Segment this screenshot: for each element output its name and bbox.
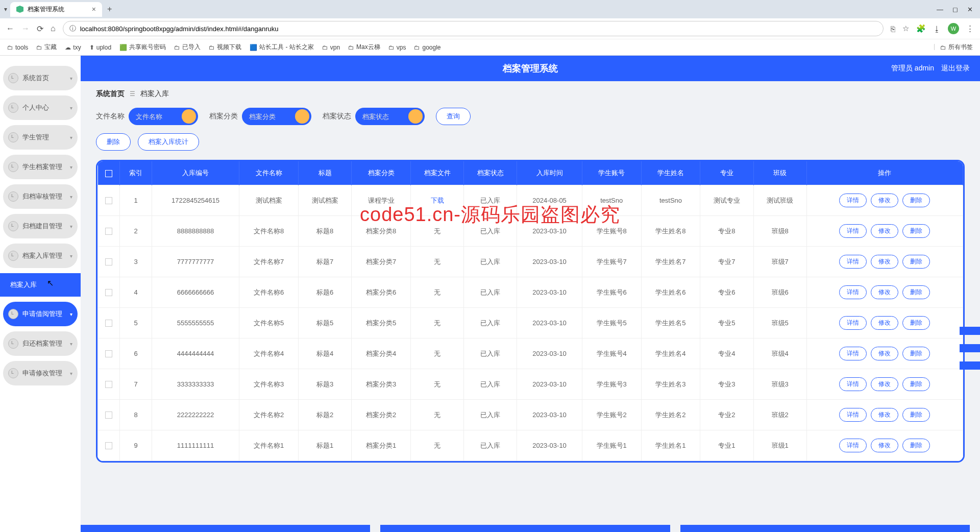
row-edit-button[interactable]: 修改 — [871, 439, 898, 452]
row-checkbox[interactable] — [105, 289, 112, 296]
row-checkbox[interactable] — [105, 228, 112, 235]
row-detail-button[interactable]: 详情 — [839, 377, 867, 391]
search-button[interactable]: 查询 — [436, 108, 471, 125]
filter-filename-input[interactable] — [136, 113, 177, 120]
filter-knob-icon[interactable] — [408, 109, 423, 124]
row-edit-button[interactable]: 修改 — [871, 408, 898, 422]
row-checkbox[interactable] — [105, 258, 112, 265]
url-field[interactable]: ⓘ localhost:8080/springboot8xpgg/admin/d… — [63, 21, 884, 36]
row-delete-button[interactable]: 删除 — [902, 439, 930, 452]
user-label[interactable]: 管理员 admin — [891, 64, 934, 73]
bookmark-item[interactable]: 🟩共享账号密码 — [119, 43, 166, 52]
row-delete-button[interactable]: 删除 — [902, 255, 930, 269]
row-edit-button[interactable]: 修改 — [871, 347, 898, 360]
cell-date: 2023-03-10 — [517, 430, 582, 461]
sidebar-item-4[interactable]: 归档审核管理▾ — [3, 184, 78, 209]
row-edit-button[interactable]: 修改 — [871, 224, 898, 238]
filter-knob-icon[interactable] — [295, 109, 309, 124]
row-checkbox[interactable] — [105, 320, 112, 327]
filter-category-input[interactable] — [249, 113, 290, 120]
sidebar-item-7[interactable]: 档案入库 — [0, 273, 81, 297]
row-detail-button[interactable]: 详情 — [839, 194, 867, 207]
all-bookmarks[interactable]: 🗀所有书签 — [940, 43, 973, 52]
row-delete-button[interactable]: 删除 — [902, 285, 930, 299]
bookmark-item[interactable]: 🗀vps — [388, 44, 406, 51]
row-edit-button[interactable]: 修改 — [871, 285, 898, 299]
sidebar-item-5[interactable]: 归档建目管理▾ — [3, 214, 78, 238]
sidebar-item-3[interactable]: 学生档案管理▾ — [3, 155, 78, 179]
reload-icon[interactable]: ⟳ — [37, 24, 43, 34]
stats-button[interactable]: 档案入库统计 — [138, 133, 199, 151]
filter-filename-input-wrap[interactable] — [129, 108, 198, 125]
forward-icon[interactable]: → — [21, 24, 30, 33]
select-all-checkbox[interactable] — [105, 170, 112, 177]
tab-dropdown-icon[interactable]: ▾ — [4, 6, 7, 13]
row-checkbox[interactable] — [105, 412, 112, 419]
row-detail-button[interactable]: 详情 — [839, 255, 867, 269]
row-checkbox[interactable] — [105, 350, 112, 357]
logout-button[interactable]: 退出登录 — [941, 64, 970, 73]
sidebar-item-6[interactable]: 档案入库管理▾ — [3, 244, 78, 268]
bookmark-star-icon[interactable]: ☆ — [902, 24, 909, 33]
tab-close-icon[interactable]: × — [92, 5, 96, 13]
address-bar: ← → ⟳ ⌂ ⓘ localhost:8080/springboot8xpgg… — [0, 18, 980, 39]
row-edit-button[interactable]: 修改 — [871, 377, 898, 391]
new-tab-button[interactable]: + — [102, 5, 117, 14]
minimize-icon[interactable]: — — [937, 6, 943, 13]
menu-icon[interactable]: ⋮ — [966, 24, 974, 33]
row-delete-button[interactable]: 删除 — [902, 377, 930, 391]
sidebar-item-label: 申请修改管理 — [22, 369, 62, 378]
row-checkbox[interactable] — [105, 442, 112, 449]
install-icon[interactable]: ⎘ — [891, 25, 895, 33]
filter-knob-icon[interactable] — [182, 109, 196, 124]
row-detail-button[interactable]: 详情 — [839, 285, 867, 299]
row-edit-button[interactable]: 修改 — [871, 194, 898, 207]
breadcrumb-home[interactable]: 系统首页 — [96, 89, 125, 99]
bookmark-item[interactable]: 🟦站长工具 - 站长之家 — [250, 43, 314, 52]
filter-status-input[interactable] — [362, 113, 403, 120]
sidebar-item-10[interactable]: 申请修改管理▾ — [3, 361, 78, 385]
row-delete-button[interactable]: 删除 — [902, 316, 930, 330]
row-checkbox[interactable] — [105, 381, 112, 388]
bookmark-item[interactable]: 🗀视频下载 — [209, 43, 241, 52]
row-detail-button[interactable]: 详情 — [839, 316, 867, 330]
bookmark-item[interactable]: 🗀vpn — [322, 44, 340, 51]
row-detail-button[interactable]: 详情 — [839, 439, 867, 452]
bookmark-item[interactable]: 🗀已导入 — [174, 43, 201, 52]
bookmark-item[interactable]: 🗀tools — [7, 44, 28, 51]
site-info-icon[interactable]: ⓘ — [69, 24, 76, 33]
filter-category-input-wrap[interactable] — [242, 108, 311, 125]
bookmark-item[interactable]: ☁txy — [65, 44, 81, 51]
bookmark-item[interactable]: 🗀宝藏 — [36, 43, 57, 52]
row-detail-button[interactable]: 详情 — [839, 347, 867, 360]
cell-status: 已入库 — [464, 216, 517, 247]
cell-file[interactable]: 下载 — [411, 185, 464, 216]
row-edit-button[interactable]: 修改 — [871, 316, 898, 330]
home-icon[interactable]: ⌂ — [51, 24, 56, 33]
sidebar-item-0[interactable]: 系统首页▾ — [3, 66, 78, 90]
row-checkbox[interactable] — [105, 197, 112, 204]
delete-button[interactable]: 删除 — [96, 133, 131, 151]
row-delete-button[interactable]: 删除 — [902, 408, 930, 422]
extensions-icon[interactable]: 🧩 — [916, 24, 926, 33]
filter-status-input-wrap[interactable] — [355, 108, 425, 125]
download-icon[interactable]: ⭳ — [933, 25, 941, 33]
browser-tab[interactable]: 档案管理系统 × — [10, 2, 102, 17]
bookmark-item[interactable]: ⬆uplod — [89, 44, 111, 51]
close-window-icon[interactable]: ✕ — [967, 6, 973, 13]
row-edit-button[interactable]: 修改 — [871, 255, 898, 269]
sidebar-item-2[interactable]: 学生管理▾ — [3, 125, 78, 150]
sidebar-item-8[interactable]: 申请借阅管理▾ — [3, 302, 78, 326]
sidebar-item-1[interactable]: 个人中心▾ — [3, 95, 78, 120]
bookmark-item[interactable]: 🗀google — [414, 44, 440, 51]
bookmark-item[interactable]: 🗀Max云梯 — [348, 43, 380, 52]
profile-avatar[interactable]: W — [948, 23, 959, 34]
row-delete-button[interactable]: 删除 — [902, 194, 930, 207]
row-detail-button[interactable]: 详情 — [839, 224, 867, 238]
sidebar-item-9[interactable]: 归还档案管理▾ — [3, 331, 78, 356]
maximize-icon[interactable]: ◻ — [952, 6, 958, 13]
row-detail-button[interactable]: 详情 — [839, 408, 867, 422]
row-delete-button[interactable]: 删除 — [902, 347, 930, 360]
back-icon[interactable]: ← — [6, 24, 14, 33]
row-delete-button[interactable]: 删除 — [902, 224, 930, 238]
